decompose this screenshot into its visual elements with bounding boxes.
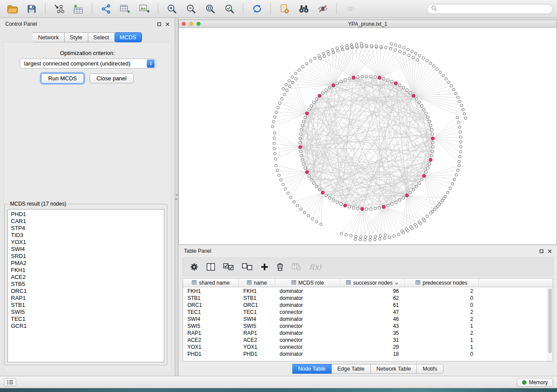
run-mcds-button[interactable]: Run MCDS [41,73,84,83]
column-header[interactable]: predecessor nodes [405,279,479,287]
show-columns-icon[interactable] [207,263,215,271]
table-row[interactable]: TEC1 TEC1 connector 47 2 [183,309,547,316]
zoom-in-button[interactable] [164,2,180,15]
table-row[interactable]: YOX1 YOX1 connector 29 1 [183,344,547,351]
close-table-panel-icon[interactable] [548,249,552,253]
add-column-icon[interactable] [261,263,268,271]
column-header[interactable]: MCDS role [275,279,340,287]
table-row[interactable]: SWI5 SWI5 connector 43 1 [183,323,547,330]
mcds-result-item[interactable]: RAP1 [11,295,164,302]
table-row[interactable]: RAP1 RAP1 dominator 35 2 [183,330,547,337]
mcds-result-item[interactable]: PHD1 [11,211,164,218]
close-panel-icon[interactable] [166,22,170,26]
table-tab[interactable]: Network Table [371,364,417,374]
table-row[interactable]: ACE2 ACE2 connector 31 1 [183,337,547,344]
cell-predecessor-nodes: 0 [405,302,479,308]
cell-name: PHD1 [239,351,275,357]
search-input[interactable] [439,5,548,13]
deselect-all-columns-icon[interactable] [242,263,253,271]
copy-document-button[interactable] [277,2,292,15]
zoom-selected-button[interactable] [221,2,237,15]
memory-button[interactable]: Memory [517,378,553,387]
column-header[interactable]: successor nodes [340,279,405,287]
splitter-collapse-icon[interactable]: ◄ [175,193,178,196]
zoom-out-button[interactable] [183,2,199,15]
splitter-expand-icon[interactable]: ► [175,198,178,200]
cell-predecessor-nodes: 1 [405,344,479,350]
export-network-button[interactable] [98,2,114,15]
network-graph-svg[interactable] [179,28,557,244]
table-row[interactable]: ORC1 ORC1 dominator 61 0 [183,302,547,309]
toolbar-separator [243,3,243,14]
task-history-button[interactable] [4,378,16,386]
export-image-button[interactable] [136,2,152,15]
network-window-titlebar[interactable]: YPA_prune.txt_1 [179,20,557,28]
control-panel-tab[interactable]: Style [65,32,88,42]
table-tab[interactable]: Motifs [417,364,443,374]
table-scrollbar[interactable] [547,288,553,361]
control-panel-tab[interactable]: Network [33,32,65,42]
window-zoom-button[interactable] [197,22,201,26]
table-scrollbar-thumb[interactable] [548,289,552,353]
control-panel-tab[interactable]: MCDS [114,32,142,42]
float-panel-icon[interactable] [157,22,161,26]
table-row[interactable]: FKH1 FKH1 dominator 96 2 [183,288,547,295]
mcds-result-item[interactable]: PMA2 [11,260,164,267]
mcds-result-item[interactable]: STP4 [11,225,164,232]
table-tab[interactable]: Node Table [292,364,332,374]
criterion-dropdown-value: largest connected component (undirected) [20,60,147,67]
attribute-icon [192,280,197,286]
table-settings-gear-icon[interactable] [190,263,198,271]
cell-successor-nodes: 96 [340,288,405,294]
node-table-header-row: shared name name [183,279,553,287]
mcds-result-item[interactable]: STB5 [11,281,164,288]
open-session-button[interactable] [4,2,20,15]
mcds-result-item[interactable]: TEC1 [11,316,164,323]
find-button[interactable] [296,2,311,15]
cell-successor-nodes: 18 [340,351,405,357]
criterion-dropdown[interactable]: largest connected component (undirected)… [20,58,156,69]
network-canvas[interactable] [179,28,557,244]
control-panel-tab[interactable]: Select [88,32,115,42]
mcds-result-item[interactable]: SWI5 [11,309,164,316]
float-table-panel-icon[interactable] [540,249,543,253]
cell-mcds-role: dominator [275,288,340,294]
cell-successor-nodes: 47 [340,309,405,315]
node-table-body: FKH1 FKH1 dominator 96 2 STB1 STB1 domin… [183,288,547,361]
table-row[interactable]: SWI4 SWI4 dominator 46 2 [183,316,547,323]
cell-successor-nodes: 43 [340,323,405,329]
memory-label: Memory [529,379,548,385]
import-table-button[interactable] [70,2,86,15]
save-session-button[interactable] [24,2,39,15]
window-close-button[interactable] [182,22,186,26]
table-row[interactable]: STB1 STB1 dominator 62 0 [183,295,547,302]
table-row[interactable]: PHD1 PHD1 dominator 18 0 [183,351,547,358]
zoom-fit-button[interactable] [202,2,218,15]
export-table-button[interactable] [117,2,133,15]
mcds-result-item[interactable]: ACE2 [11,274,164,281]
cell-predecessor-nodes: 2 [405,309,479,315]
mcds-result-item[interactable]: ORC1 [11,288,164,295]
mcds-result-list[interactable]: PHD1 CAR1 STP4 TID3 YOX1 SWI4 SRD1 PMA2 … [7,209,164,362]
select-all-columns-icon[interactable] [223,263,234,271]
mcds-result-item[interactable]: SWI4 [11,246,164,253]
mcds-result-item[interactable]: FKH1 [11,267,164,274]
search-box[interactable] [427,4,553,14]
column-header[interactable]: shared name [183,279,239,287]
hide-selected-button[interactable] [315,2,331,15]
close-panel-button[interactable]: Close panel [90,73,134,83]
toolbar-separator [270,3,271,14]
import-network-button[interactable] [51,2,67,15]
mcds-result-item[interactable]: GCR1 [11,323,164,330]
delete-column-trash-icon[interactable] [277,263,284,271]
mcds-result-item[interactable]: TID3 [11,232,164,239]
table-tab[interactable]: Edge Table [332,364,370,374]
column-header[interactable]: name [239,279,275,287]
mcds-result-item[interactable]: YOX1 [11,239,164,246]
panel-splitter[interactable]: ◄ ► [175,18,178,376]
window-minimize-button[interactable] [189,22,193,26]
mcds-result-item[interactable]: SRD1 [11,253,164,260]
mcds-result-item[interactable]: STB1 [11,302,164,309]
mcds-result-item[interactable]: CAR1 [11,218,164,225]
refresh-layout-button[interactable] [249,2,265,15]
